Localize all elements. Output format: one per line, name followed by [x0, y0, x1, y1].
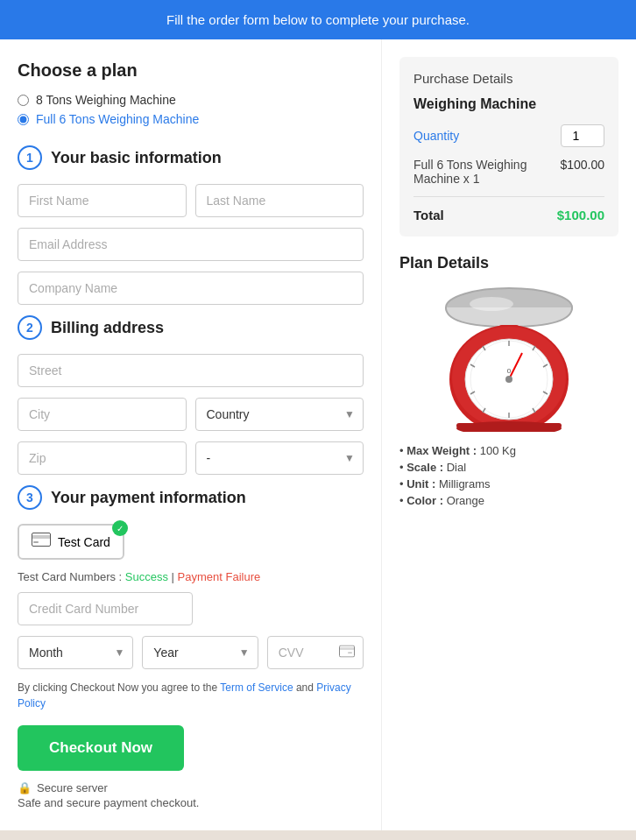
choose-plan-title: Choose a plan [18, 60, 364, 81]
plan-radio-2[interactable] [18, 114, 29, 125]
step1-circle: 1 [18, 145, 42, 170]
safe-text: Safe and secure payment checkout. [18, 796, 364, 809]
quantity-label: Quantity [413, 129, 459, 143]
street-field [18, 354, 364, 387]
name-row [18, 184, 364, 217]
svg-rect-3 [340, 646, 355, 657]
step1-label: Your basic information [51, 149, 222, 167]
email-input[interactable] [18, 228, 364, 261]
zip-state-row: - ▼ [18, 441, 364, 475]
separator: | [172, 570, 178, 583]
plan-option-1[interactable]: 8 Tons Weighing Machine [18, 93, 364, 107]
scale-image-container: 0 [399, 283, 618, 432]
cc-row [18, 592, 364, 625]
scale-svg: 0 [421, 283, 597, 432]
item-description: Full 6 Tons Weighing Machine x 1 [413, 158, 560, 186]
lock-icon: 🔒 [18, 781, 32, 794]
plan-label-1: 8 Tons Weighing Machine [36, 93, 176, 107]
step2-circle: 2 [18, 315, 42, 340]
last-name-input[interactable] [195, 184, 364, 217]
first-name-input[interactable] [18, 184, 187, 217]
spec-color: Color : Orange [399, 494, 618, 507]
zip-input[interactable] [18, 441, 187, 475]
top-banner: Fill the order form below to complete yo… [0, 0, 636, 39]
spec-unit: Unit : Milligrams [399, 477, 618, 491]
svg-rect-4 [339, 647, 355, 650]
city-input[interactable] [18, 398, 187, 431]
street-input[interactable] [18, 354, 364, 387]
svg-rect-0 [32, 533, 51, 547]
card-check-icon: ✓ [112, 520, 128, 536]
main-container: Choose a plan 8 Tons Weighing Machine Fu… [0, 39, 636, 830]
total-label: Total [413, 208, 444, 222]
spec-scale: Scale : Dial [399, 461, 618, 474]
checkout-button[interactable]: Checkout Now [18, 725, 184, 771]
cvv-icon [339, 646, 355, 660]
test-card-option[interactable]: ✓ Test Card [18, 524, 124, 560]
product-name: Weighing Machine [413, 96, 604, 112]
step3-header: 3 Your payment information [18, 485, 364, 510]
terms-link1[interactable]: Term of Service [220, 681, 293, 694]
svg-rect-1 [32, 535, 51, 539]
secure-label: Secure server [37, 781, 108, 794]
item-price: $100.00 [560, 158, 604, 172]
total-price: $100.00 [557, 208, 604, 222]
svg-point-24 [505, 376, 512, 383]
right-panel: Purchase Details Weighing Machine Quanti… [382, 39, 636, 830]
terms-text-2: and [293, 681, 317, 694]
test-card-text: Test Card Numbers : [18, 570, 125, 583]
payment-row: Month ▼ Year ▼ [18, 636, 364, 669]
test-card-info: Test Card Numbers : Success | Payment Fa… [18, 570, 364, 583]
plan-specs: Max Weight : 100 Kg Scale : Dial Unit : … [399, 444, 618, 507]
email-row [18, 228, 364, 261]
card-option-container: ✓ Test Card [18, 524, 364, 570]
test-card-label: Test Card [58, 535, 110, 549]
step3-label: Your payment information [51, 489, 246, 507]
plan-radio-1[interactable] [18, 95, 29, 106]
spec-max-weight: Max Weight : 100 Kg [399, 444, 618, 457]
country-select[interactable]: Country [195, 398, 364, 431]
cc-input[interactable] [18, 592, 193, 625]
first-name-field [18, 184, 187, 217]
success-link[interactable]: Success [125, 570, 168, 583]
plan-option-2[interactable]: Full 6 Tons Weighing Machine [18, 112, 364, 126]
svg-rect-27 [456, 423, 562, 428]
svg-point-7 [470, 297, 513, 311]
country-wrapper: Country ▼ [195, 398, 364, 431]
step3-circle: 3 [18, 485, 42, 510]
month-select[interactable]: Month [18, 636, 133, 669]
plan-options: 8 Tons Weighing Machine Full 6 Tons Weig… [18, 93, 364, 126]
checkout-btn-label: Checkout Now [49, 739, 152, 756]
company-row [18, 272, 364, 305]
state-select[interactable]: - [195, 441, 364, 475]
banner-text: Fill the order form below to complete yo… [166, 12, 470, 27]
month-wrapper: Month ▼ [18, 636, 133, 669]
purchase-title: Purchase Details [413, 71, 604, 86]
credit-card-icon [32, 533, 51, 551]
company-field [18, 272, 364, 305]
svg-rect-5 [348, 653, 352, 654]
city-country-row: Country ▼ [18, 398, 364, 431]
step2-header: 2 Billing address [18, 315, 364, 340]
terms-text: By clicking Checkout Now you agree to th… [18, 680, 364, 711]
step2-label: Billing address [51, 319, 164, 337]
company-input[interactable] [18, 272, 364, 305]
cc-field [18, 592, 193, 625]
street-row [18, 354, 364, 387]
svg-text:0: 0 [507, 367, 512, 375]
item-row: Full 6 Tons Weighing Machine x 1 $100.00 [413, 158, 604, 197]
year-select[interactable]: Year [142, 636, 258, 669]
quantity-input[interactable] [561, 124, 604, 147]
email-field [18, 228, 364, 261]
last-name-field [195, 184, 364, 217]
terms-text-1: By clicking Checkout Now you agree to th… [18, 681, 220, 694]
year-wrapper: Year ▼ [142, 636, 258, 669]
failure-link[interactable]: Payment Failure [178, 570, 261, 583]
plan-details-title: Plan Details [399, 254, 618, 272]
svg-rect-2 [33, 541, 39, 543]
zip-field [18, 441, 187, 475]
purchase-details-box: Purchase Details Weighing Machine Quanti… [399, 57, 618, 236]
quantity-row: Quantity [413, 124, 604, 147]
cvv-wrapper [267, 636, 364, 669]
left-panel: Choose a plan 8 Tons Weighing Machine Fu… [0, 39, 382, 830]
